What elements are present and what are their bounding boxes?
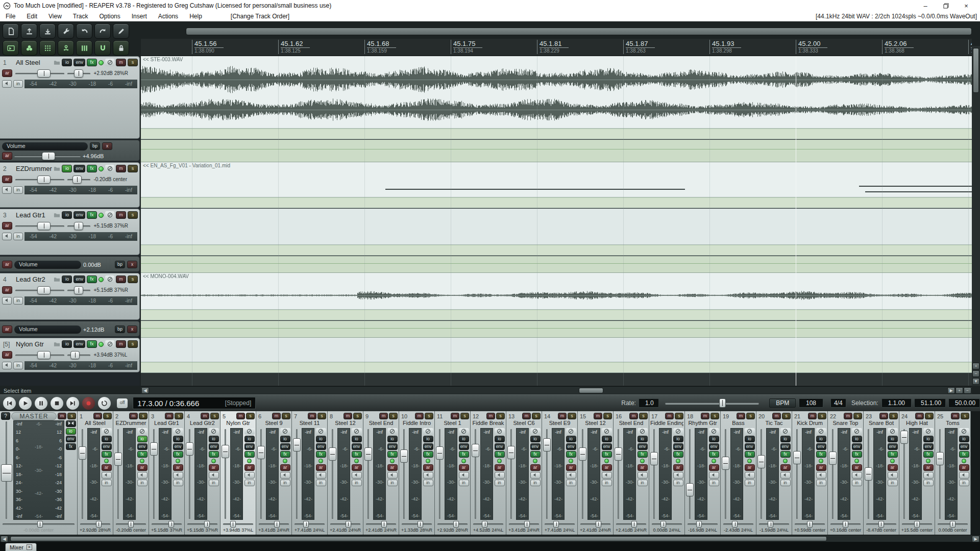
envelope-name-pill[interactable]: Volume bbox=[14, 261, 81, 269]
volume-fader[interactable] bbox=[543, 428, 551, 520]
io-button[interactable]: io bbox=[530, 436, 541, 442]
solo-button[interactable]: s bbox=[925, 413, 934, 419]
fx-button[interactable]: fx bbox=[816, 451, 826, 458]
monitor-button[interactable] bbox=[173, 472, 183, 479]
menu-file[interactable]: File bbox=[0, 13, 21, 20]
solo-button[interactable]: s bbox=[746, 413, 755, 419]
input-button[interactable]: in bbox=[852, 480, 862, 486]
volume-fader[interactable] bbox=[865, 428, 872, 520]
phase-flip-button[interactable] bbox=[566, 428, 576, 435]
grid-button[interactable] bbox=[39, 40, 56, 56]
volume-fader[interactable] bbox=[400, 428, 408, 520]
phase-flip-button[interactable] bbox=[888, 428, 898, 435]
master-fx-button[interactable]: fx bbox=[66, 443, 76, 450]
monitor-button[interactable] bbox=[2, 297, 12, 305]
envelope-button[interactable]: env bbox=[638, 443, 648, 450]
phase-flip-button[interactable] bbox=[105, 340, 114, 348]
monitor-button[interactable] bbox=[959, 472, 969, 479]
minimize-button[interactable]: – bbox=[922, 2, 929, 9]
input-button[interactable]: in bbox=[209, 480, 219, 486]
monitor-button[interactable] bbox=[2, 362, 12, 369]
envelope-button[interactable]: env bbox=[923, 443, 934, 450]
slider-handle[interactable] bbox=[37, 222, 51, 230]
envelope-bypass-button[interactable]: bp bbox=[115, 261, 125, 268]
envelope-name-pill[interactable]: Volume bbox=[14, 325, 81, 334]
mute-button[interactable]: m bbox=[344, 413, 352, 419]
volume-fader[interactable] bbox=[686, 428, 694, 520]
input-button[interactable]: in bbox=[13, 186, 23, 194]
monitor-button[interactable] bbox=[709, 472, 719, 479]
monitor-button[interactable] bbox=[387, 472, 398, 479]
fx-button[interactable]: fx bbox=[923, 451, 934, 458]
solo-button[interactable]: s bbox=[128, 165, 138, 172]
solo-button[interactable]: s bbox=[128, 340, 138, 348]
monitor-button[interactable] bbox=[137, 472, 148, 479]
mute-button[interactable]: m bbox=[808, 413, 817, 419]
mute-button[interactable]: m bbox=[201, 413, 209, 419]
mute-button[interactable]: m bbox=[522, 413, 531, 419]
volume-fader[interactable] bbox=[900, 428, 908, 520]
volume-fader[interactable] bbox=[150, 428, 158, 520]
fx-button[interactable]: fx bbox=[530, 451, 541, 458]
auto-record-arm-button[interactable]: ar bbox=[923, 464, 934, 471]
envelope-arm-button[interactable]: ar bbox=[2, 152, 12, 160]
volume-slider[interactable] bbox=[15, 350, 64, 360]
volume-fader[interactable] bbox=[650, 428, 658, 520]
monitor-button[interactable] bbox=[530, 472, 541, 479]
auto-record-arm-button[interactable]: ar bbox=[888, 464, 898, 471]
pan-slider[interactable] bbox=[688, 521, 718, 528]
auto-record-arm-button[interactable]: ar bbox=[2, 351, 12, 359]
auto-record-arm-button[interactable]: ar bbox=[495, 464, 505, 471]
solo-button[interactable]: s bbox=[853, 413, 862, 419]
envelope-button[interactable]: env bbox=[673, 443, 683, 450]
volume-fader[interactable] bbox=[757, 428, 765, 520]
input-button[interactable]: in bbox=[387, 480, 398, 486]
arrange-envelope-lane[interactable] bbox=[141, 256, 972, 273]
record-arm-indicator[interactable] bbox=[99, 277, 104, 282]
mute-button[interactable]: m bbox=[415, 413, 424, 419]
scroll-right-button[interactable]: ▶ bbox=[947, 387, 955, 394]
pan-slider[interactable] bbox=[866, 521, 896, 528]
envelope-value-slider[interactable] bbox=[14, 152, 81, 161]
envelope-button[interactable]: env bbox=[316, 443, 326, 450]
pan-slider[interactable] bbox=[223, 521, 253, 528]
mono-button[interactable] bbox=[66, 420, 76, 427]
io-button[interactable]: io bbox=[280, 436, 290, 442]
track-panel-nylon-gtr[interactable]: [5]Nylon Gtrioenvfxmsar+3.94dB 37%Lin-54… bbox=[0, 338, 140, 372]
auto-record-arm-button[interactable]: ar bbox=[2, 176, 12, 183]
arrange-scroll-navigator[interactable] bbox=[186, 28, 972, 35]
mixer-scroll-left-button[interactable]: ◀ bbox=[1, 536, 8, 542]
record-arm-indicator[interactable] bbox=[962, 459, 966, 463]
solo-button[interactable]: s bbox=[460, 413, 469, 419]
slider-handle[interactable] bbox=[42, 152, 55, 160]
envelope-button[interactable]: env bbox=[423, 443, 433, 450]
auto-record-arm-button[interactable]: ar bbox=[352, 464, 362, 471]
master-envelope-button[interactable]: env bbox=[66, 436, 76, 442]
phase-flip-button[interactable] bbox=[244, 428, 255, 435]
io-button[interactable]: io bbox=[62, 59, 72, 66]
envelope-button[interactable]: env bbox=[102, 443, 112, 450]
pan-slider[interactable] bbox=[67, 350, 91, 360]
phase-flip-button[interactable] bbox=[352, 428, 362, 435]
play-button[interactable] bbox=[19, 397, 32, 410]
auto-record-arm-button[interactable]: ar bbox=[530, 464, 541, 471]
monitor-button[interactable] bbox=[852, 472, 862, 479]
arrange-envelope-lane[interactable] bbox=[141, 140, 972, 162]
mixer-strip-lead-gtr1[interactable]: 3msLead Gtr1-inf-6--18--30--42--54-ioenv… bbox=[149, 411, 185, 535]
pan-slider[interactable] bbox=[723, 521, 753, 528]
io-button[interactable]: io bbox=[244, 436, 255, 442]
redo-button[interactable] bbox=[94, 23, 111, 39]
fx-button[interactable]: fx bbox=[673, 451, 683, 458]
phase-flip-button[interactable] bbox=[530, 428, 541, 435]
monitor-button[interactable] bbox=[495, 472, 505, 479]
fx-button[interactable]: fx bbox=[87, 165, 97, 172]
solo-button[interactable]: s bbox=[603, 413, 612, 419]
phase-flip-button[interactable] bbox=[209, 428, 219, 435]
master-mute-button[interactable]: m bbox=[58, 413, 66, 419]
envelope-close-button[interactable]: x bbox=[127, 261, 137, 268]
io-button[interactable]: io bbox=[62, 211, 72, 219]
io-button[interactable]: io bbox=[923, 436, 934, 442]
input-button[interactable]: in bbox=[352, 480, 362, 486]
selection-start[interactable]: 1.1.00 bbox=[881, 398, 912, 408]
envelope-points-button[interactable] bbox=[58, 40, 74, 56]
